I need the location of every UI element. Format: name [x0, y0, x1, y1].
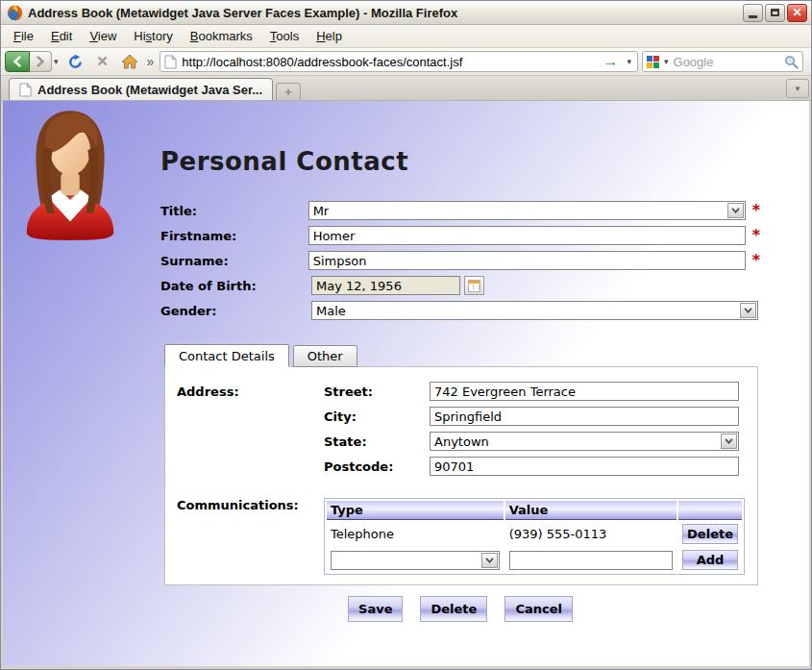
minimize-button[interactable]	[743, 4, 763, 22]
date-of-birth-input[interactable]	[311, 276, 460, 295]
required-marker: *	[752, 203, 760, 218]
woman-avatar	[18, 107, 122, 241]
chevron-down-icon[interactable]	[721, 434, 737, 449]
menu-help[interactable]: Help	[308, 26, 351, 46]
communications-section-label: Communications:	[177, 495, 324, 575]
list-all-tabs-button[interactable]: ▾	[786, 79, 809, 98]
form-actions: Save Delete Cancel	[160, 596, 760, 622]
forward-button[interactable]	[30, 51, 52, 72]
gender-select-value: Male	[312, 304, 739, 318]
search-engine-dropdown-button[interactable]: ▾	[662, 57, 671, 66]
title-select-value: Mr	[309, 204, 726, 218]
minimize-icon	[749, 15, 757, 18]
home-button[interactable]	[118, 50, 141, 73]
url-input[interactable]	[182, 55, 596, 69]
contact-tabset: Contact Details Other Address: Street: C…	[164, 345, 758, 585]
menu-tools[interactable]: Tools	[261, 26, 308, 46]
menu-view[interactable]: View	[81, 26, 125, 46]
browser-window: Address Book (Metawidget Java Server Fac…	[0, 0, 812, 670]
menu-file[interactable]: File	[5, 26, 42, 46]
new-communication-value-input[interactable]	[509, 551, 673, 570]
contact-details-panel: Address: Street: City: State:	[164, 366, 758, 585]
tab-contact-details[interactable]: Contact Details	[164, 344, 289, 367]
delete-button[interactable]: Delete	[420, 596, 487, 622]
gender-select[interactable]: Male	[311, 301, 758, 320]
search-input[interactable]	[674, 55, 781, 69]
communication-value-cell: (939) 555-0113	[505, 522, 677, 546]
search-icon[interactable]	[784, 55, 799, 69]
action-column-header	[678, 501, 742, 520]
firstname-label: Firstname:	[160, 229, 308, 243]
add-row-button[interactable]: Add	[682, 550, 738, 570]
surname-input[interactable]	[308, 251, 746, 270]
page-icon	[164, 55, 177, 69]
surname-label: Surname:	[160, 254, 308, 268]
state-select-value: Anytown	[431, 434, 720, 449]
firefox-icon	[7, 5, 23, 21]
title-label: Title:	[160, 204, 308, 218]
title-bar[interactable]: Address Book (Metawidget Java Server Fac…	[1, 1, 811, 25]
close-button[interactable]: ✕	[787, 4, 807, 22]
plus-icon: +	[284, 85, 292, 99]
forward-icon	[36, 56, 45, 67]
table-new-row: Add	[327, 548, 742, 572]
table-header-row: Type Value	[327, 501, 742, 520]
cancel-button[interactable]: Cancel	[504, 596, 573, 622]
stop-icon: ✕	[96, 53, 109, 70]
required-marker: *	[752, 253, 760, 268]
browser-tab-address-book[interactable]: Address Book (Metawidget Java Ser...	[9, 78, 273, 100]
save-button[interactable]: Save	[348, 596, 403, 622]
menu-edit[interactable]: Edit	[42, 26, 81, 46]
navigation-toolbar: ▾ ✕ » → ▾ ▾	[1, 48, 811, 76]
chevron-down-icon[interactable]	[727, 203, 744, 218]
gender-label: Gender:	[160, 304, 311, 318]
maximize-icon	[771, 9, 779, 16]
firstname-input[interactable]	[308, 226, 746, 245]
city-label: City:	[324, 409, 430, 424]
chevron-down-icon[interactable]	[481, 553, 498, 568]
street-label: Street:	[324, 385, 430, 399]
tab-title: Address Book (Metawidget Java Ser...	[37, 83, 262, 97]
value-column-header: Value	[505, 501, 677, 520]
calendar-picker-button[interactable]	[464, 276, 484, 295]
page-title: Personal Contact	[160, 147, 760, 176]
go-button[interactable]: →	[601, 54, 620, 69]
home-icon	[121, 54, 138, 69]
reload-icon	[67, 54, 84, 70]
postcode-input[interactable]	[430, 457, 739, 476]
table-row: Telephone (939) 555-0113 Delete	[327, 522, 742, 546]
tab-strip: Address Book (Metawidget Java Ser... + ▾	[1, 76, 811, 101]
search-bar: ▾	[642, 51, 803, 72]
close-icon: ✕	[792, 6, 801, 19]
maximize-button[interactable]	[765, 4, 785, 22]
tab-other[interactable]: Other	[293, 345, 357, 367]
state-label: State:	[324, 434, 430, 449]
reload-button[interactable]	[64, 50, 87, 73]
url-bar: → ▾	[160, 51, 638, 72]
menu-history[interactable]: History	[125, 26, 181, 46]
street-input[interactable]	[430, 382, 739, 401]
state-select[interactable]: Anytown	[430, 432, 739, 451]
chevron-down-icon: ▾	[796, 84, 800, 93]
google-engine-icon	[647, 56, 659, 68]
window-title: Address Book (Metawidget Java Server Fac…	[28, 6, 743, 20]
new-communication-type-select[interactable]	[331, 551, 500, 570]
chevron-down-icon[interactable]	[740, 303, 756, 318]
menu-bookmarks[interactable]: Bookmarks	[182, 26, 261, 46]
calendar-icon	[468, 280, 480, 292]
communications-table: Type Value Telephone (939) 555-0113 Dele…	[324, 498, 745, 575]
toolbar-overflow-button[interactable]: »	[145, 54, 157, 69]
delete-row-button[interactable]: Delete	[682, 524, 738, 544]
page-icon	[19, 83, 32, 97]
back-icon	[12, 56, 22, 67]
history-dropdown-button[interactable]: ▾	[52, 57, 61, 66]
stop-button[interactable]: ✕	[91, 50, 114, 73]
menu-bar: File Edit View History Bookmarks Tools H…	[1, 25, 811, 48]
back-button[interactable]	[5, 51, 30, 72]
url-dropdown-button[interactable]: ▾	[625, 57, 633, 66]
title-select[interactable]: Mr	[308, 201, 746, 220]
type-column-header: Type	[327, 501, 504, 520]
new-tab-button[interactable]: +	[276, 83, 301, 100]
required-marker: *	[752, 228, 760, 243]
city-input[interactable]	[430, 407, 739, 426]
